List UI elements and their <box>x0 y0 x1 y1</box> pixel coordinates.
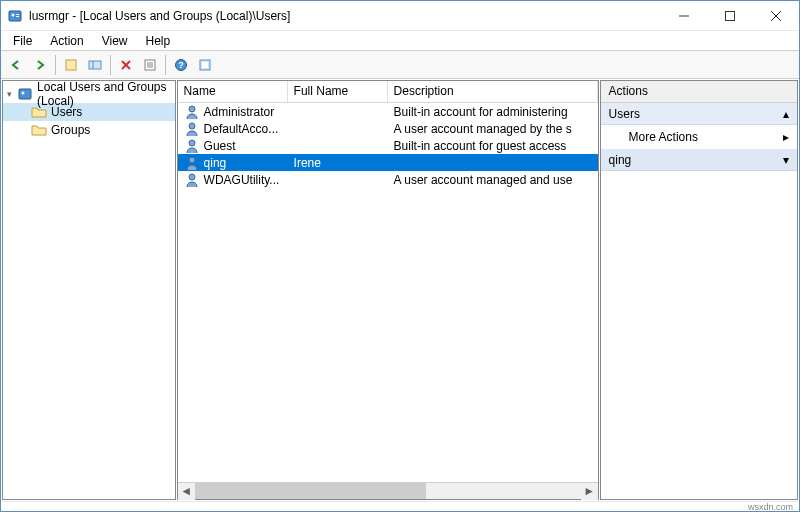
cell-description: Built-in account for guest access <box>388 139 598 153</box>
collapse-icon[interactable]: ▾ <box>7 89 15 99</box>
cell-description: Built-in account for administering <box>388 105 598 119</box>
table-row[interactable]: DefaultAcco...A user account managed by … <box>178 120 598 137</box>
svg-point-25 <box>189 140 195 146</box>
minimize-button[interactable] <box>661 1 707 30</box>
col-name[interactable]: Name <box>178 81 288 102</box>
svg-rect-0 <box>9 11 21 21</box>
toolbar-sep <box>110 55 111 75</box>
user-icon <box>184 138 200 154</box>
menu-file[interactable]: File <box>5 32 40 50</box>
scroll-track[interactable] <box>195 483 581 499</box>
cell-name: Administrator <box>178 104 288 120</box>
actions-pane: Actions Users ▴ More Actions ▸ qing ▾ <box>600 80 798 500</box>
svg-rect-8 <box>66 60 76 70</box>
table-row[interactable]: GuestBuilt-in account for guest access <box>178 137 598 154</box>
cell-fullname: Irene <box>288 156 388 170</box>
table-row[interactable]: WDAGUtility...A user account managed and… <box>178 171 598 188</box>
table-row[interactable]: qingIrene <box>178 154 598 171</box>
watermark: wsxdn.com <box>748 502 793 512</box>
properties-button[interactable] <box>139 54 161 76</box>
content-area: ▾ Local Users and Groups (Local) Users G… <box>1 79 799 501</box>
svg-text:?: ? <box>178 60 184 70</box>
more-actions-users[interactable]: More Actions ▸ <box>601 125 797 149</box>
actions-section-users[interactable]: Users ▴ <box>601 103 797 125</box>
svg-rect-5 <box>726 11 735 20</box>
footer: wsxdn.com <box>1 501 799 511</box>
actions-section-users-label: Users <box>609 107 640 121</box>
tree-root-label: Local Users and Groups (Local) <box>37 80 174 108</box>
menu-help[interactable]: Help <box>138 32 179 50</box>
col-fullname[interactable]: Full Name <box>288 81 388 102</box>
scroll-right-button[interactable]: ► <box>581 483 598 500</box>
menubar: File Action View Help <box>1 31 799 51</box>
forward-button[interactable] <box>29 54 51 76</box>
actions-section-selected[interactable]: qing ▾ <box>601 149 797 171</box>
cell-description: A user account managed by the s <box>388 122 598 136</box>
col-description[interactable]: Description <box>388 81 598 102</box>
scroll-left-button[interactable]: ◄ <box>178 483 195 500</box>
actions-header: Actions <box>601 81 797 103</box>
tree-groups[interactable]: Groups <box>3 121 175 139</box>
svg-point-26 <box>189 157 195 163</box>
table-row[interactable]: AdministratorBuilt-in account for admini… <box>178 103 598 120</box>
cell-name: WDAGUtility... <box>178 172 288 188</box>
console-tree[interactable]: ▾ Local Users and Groups (Local) Users G… <box>2 80 176 500</box>
scroll-thumb[interactable] <box>195 483 427 499</box>
cell-name: DefaultAcco... <box>178 121 288 137</box>
svg-rect-21 <box>19 89 31 99</box>
delete-button[interactable] <box>115 54 137 76</box>
cell-name: Guest <box>178 138 288 154</box>
new-user-button[interactable] <box>60 54 82 76</box>
menu-action[interactable]: Action <box>42 32 91 50</box>
console-tree-button[interactable] <box>84 54 106 76</box>
tree-users-label: Users <box>51 105 82 119</box>
menu-view[interactable]: View <box>94 32 136 50</box>
list-body[interactable]: AdministratorBuilt-in account for admini… <box>178 103 598 482</box>
user-icon <box>184 104 200 120</box>
svg-point-22 <box>22 92 25 95</box>
svg-rect-9 <box>89 61 101 69</box>
back-button[interactable] <box>5 54 27 76</box>
user-icon <box>184 155 200 171</box>
svg-rect-20 <box>202 62 208 68</box>
tree-groups-label: Groups <box>51 123 90 137</box>
svg-point-27 <box>189 174 195 180</box>
cell-description: A user account managed and use <box>388 173 598 187</box>
user-list: Name Full Name Description Administrator… <box>177 80 599 500</box>
collapse-icon: ▾ <box>783 153 789 167</box>
close-button[interactable] <box>753 1 799 30</box>
toolbar: ? <box>1 51 799 79</box>
app-icon <box>7 8 23 24</box>
window-title: lusrmgr - [Local Users and Groups (Local… <box>29 9 661 23</box>
list-header: Name Full Name Description <box>178 81 598 103</box>
horizontal-scrollbar[interactable]: ◄ ► <box>178 482 598 499</box>
user-icon <box>184 172 200 188</box>
svg-point-24 <box>189 123 195 129</box>
window-controls <box>661 1 799 30</box>
titlebar: lusrmgr - [Local Users and Groups (Local… <box>1 1 799 31</box>
maximize-button[interactable] <box>707 1 753 30</box>
svg-point-23 <box>189 106 195 112</box>
submenu-icon: ▸ <box>783 130 789 144</box>
svg-rect-2 <box>16 14 19 15</box>
toolbar-sep <box>55 55 56 75</box>
svg-rect-3 <box>16 16 19 17</box>
tree-root[interactable]: ▾ Local Users and Groups (Local) <box>3 85 175 103</box>
toolbar-sep <box>165 55 166 75</box>
refresh-button[interactable] <box>194 54 216 76</box>
actions-section-selected-label: qing <box>609 153 632 167</box>
folder-icon <box>31 122 47 138</box>
user-icon <box>184 121 200 137</box>
collapse-icon: ▴ <box>783 107 789 121</box>
more-actions-label: More Actions <box>629 130 698 144</box>
svg-point-1 <box>12 13 15 16</box>
lusrmgr-icon <box>17 86 33 102</box>
cell-name: qing <box>178 155 288 171</box>
folder-open-icon <box>31 104 47 120</box>
help-button[interactable]: ? <box>170 54 192 76</box>
